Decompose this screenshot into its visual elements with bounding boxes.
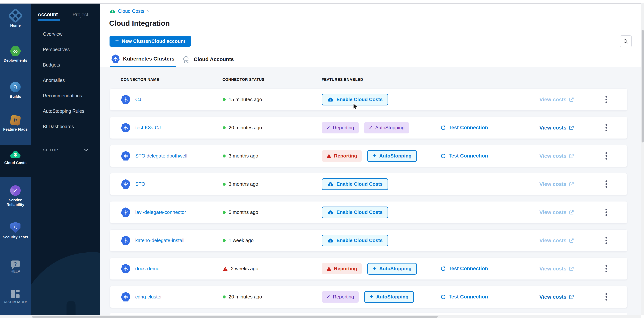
sidebar-item-recommendations[interactable]: Recommendations — [31, 88, 100, 103]
breadcrumb: $ Cloud Costs › — [110, 8, 148, 14]
cloud-costs-sidebar: Account Project Overview Perspectives Bu… — [31, 4, 100, 318]
reporting-enabled-chip: ✓ Reporting — [322, 122, 359, 133]
cloud-costs-breadcrumb-icon: $ — [110, 9, 115, 13]
connector-name-link[interactable]: CJ — [135, 97, 141, 102]
status-warning-icon — [222, 266, 228, 271]
view-costs-link-disabled: View costs — [538, 181, 602, 187]
horizontal-scrollbar-thumb[interactable] — [32, 316, 438, 317]
connector-status-time: 20 minutes ago — [229, 294, 262, 300]
row-menu-button[interactable] — [604, 291, 609, 302]
window-top-strip — [0, 0, 644, 4]
scope-tab-project[interactable]: Project — [72, 12, 88, 18]
connector-name-link[interactable]: lavi-delegate-connector — [135, 209, 186, 215]
enable-cloud-costs-button[interactable]: $ Enable Cloud Costs — [322, 94, 388, 105]
table-header: CONNECTOR NAME CONNECTOR STATUS FEATURES… — [110, 77, 627, 82]
add-autostopping-button[interactable]: + AutoStopping — [367, 150, 417, 162]
sidebar-item-bi-dashboards[interactable]: BI Dashboards — [31, 119, 100, 134]
row-menu-button[interactable] — [604, 263, 609, 274]
connector-status-time: 3 months ago — [229, 181, 258, 187]
rail-item-security-tests[interactable]: Security Tests — [0, 222, 31, 239]
enable-cloud-costs-button[interactable]: $ Enable Cloud Costs — [322, 235, 388, 246]
breadcrumb-cloud-costs-link[interactable]: Cloud Costs — [118, 8, 144, 14]
view-costs-label: View costs — [539, 153, 566, 159]
sidebar-setup-toggle[interactable]: SETUP — [43, 145, 89, 155]
enable-cloud-costs-button[interactable]: $ Enable Cloud Costs — [322, 178, 388, 190]
test-connection-label: Test Connection — [448, 125, 488, 131]
rail-item-service-reliability[interactable]: ✓ Service Reliability — [0, 185, 31, 207]
view-costs-link[interactable]: View costs — [538, 294, 602, 300]
main-area: $ Cloud Costs › Cloud Integration + New … — [100, 4, 644, 318]
tab-kubernetes-clusters[interactable]: Kubernetes Clusters — [112, 55, 174, 63]
rail-item-home[interactable]: Home — [0, 10, 31, 28]
kubernetes-icon — [121, 179, 130, 189]
table-row: CJ 15 minutes ago $ Enable Cloud Costs V… — [110, 89, 627, 111]
horizontal-scrollbar[interactable] — [0, 315, 641, 318]
sidebar-item-budgets[interactable]: Budgets — [31, 57, 100, 73]
enable-cloud-costs-label: Enable Cloud Costs — [336, 209, 383, 215]
kubernetes-icon — [121, 151, 130, 161]
rail-item-feature-flags[interactable]: Feature Flags — [0, 115, 31, 132]
refresh-icon — [440, 125, 446, 131]
row-menu-button[interactable] — [604, 207, 609, 218]
search-button[interactable] — [620, 35, 632, 47]
enable-cloud-costs-button[interactable]: $ Enable Cloud Costs — [322, 207, 388, 218]
enable-cloud-costs-label: Enable Cloud Costs — [336, 237, 383, 243]
dashboards-grid-icon — [11, 290, 20, 298]
warning-triangle-icon — [326, 154, 332, 158]
view-costs-link[interactable]: View costs — [538, 125, 602, 131]
rail-item-deployments[interactable]: ∞ Deployments — [0, 46, 31, 63]
rail-item-label: HELP — [10, 269, 20, 274]
view-costs-label: View costs — [539, 209, 566, 215]
column-header-features-enabled: FEATURES ENABLED — [321, 77, 439, 82]
connector-name-link[interactable]: kateno-delegate-install — [135, 237, 184, 243]
tab-label: Kubernetes Clusters — [123, 56, 174, 62]
row-menu-button[interactable] — [604, 94, 609, 105]
connector-name-link[interactable]: docs-demo — [135, 266, 160, 271]
test-connection-link[interactable]: Test Connection — [440, 266, 538, 271]
add-autostopping-button[interactable]: + AutoStopping — [367, 263, 417, 274]
table-row: lavi-delegate-connector 5 months ago $ E… — [110, 201, 627, 223]
connector-name-link[interactable]: cdng-cluster — [135, 294, 162, 300]
deployments-icon: ∞ — [10, 46, 21, 56]
warning-triangle-icon — [326, 266, 332, 271]
scope-tab-account[interactable]: Account — [38, 12, 58, 18]
tab-cloud-accounts[interactable]: Cloud Accounts — [182, 56, 234, 63]
breadcrumb-separator: › — [147, 8, 149, 14]
new-cluster-cloud-account-button[interactable]: + New Cluster/Cloud account — [110, 36, 191, 47]
rail-item-dashboards[interactable]: DASHBOARDS — [0, 290, 31, 304]
sidebar-item-autostopping-rules[interactable]: AutoStopping Rules — [31, 103, 100, 119]
status-healthy-icon — [222, 126, 226, 129]
sidebar-item-perspectives[interactable]: Perspectives — [31, 42, 100, 57]
connector-name-link[interactable]: STO delegate dbothwell — [135, 153, 187, 159]
connector-list: CONNECTOR NAME CONNECTOR STATUS FEATURES… — [100, 67, 641, 315]
test-connection-link[interactable]: Test Connection — [440, 294, 538, 300]
tab-label: Cloud Accounts — [194, 56, 234, 62]
vertical-scrollbar-thumb[interactable] — [642, 30, 644, 142]
sidebar-divider — [38, 142, 95, 142]
row-menu-button[interactable] — [604, 179, 609, 190]
sidebar-item-overview[interactable]: Overview — [31, 26, 100, 42]
test-connection-link[interactable]: Test Connection — [440, 153, 538, 159]
test-connection-link[interactable]: Test Connection — [440, 125, 538, 131]
add-autostopping-button[interactable]: + AutoStopping — [364, 291, 414, 303]
rail-item-label: DASHBOARDS — [2, 300, 28, 304]
external-link-icon — [569, 238, 574, 243]
row-menu-button[interactable] — [604, 235, 609, 246]
row-menu-button[interactable] — [604, 122, 609, 133]
connector-status-time: 3 months ago — [229, 153, 258, 159]
connector-name-link[interactable]: STO — [135, 181, 145, 187]
row-menu-button[interactable] — [604, 150, 609, 161]
vertical-scrollbar[interactable] — [641, 4, 644, 315]
view-costs-link-disabled: View costs — [538, 97, 602, 103]
table-row: docs-demo 2 weeks ago Reporting + AutoSt… — [110, 258, 627, 280]
sidebar-item-anomalies[interactable]: Anomalies — [31, 73, 100, 88]
rail-item-cloud-costs[interactable]: $ Cloud Costs — [0, 150, 31, 165]
connector-name-link[interactable]: test-K8s-CJ — [135, 125, 161, 131]
kubernetes-icon — [121, 236, 130, 245]
external-link-icon — [569, 294, 574, 299]
reporting-error-chip: Reporting — [322, 150, 362, 162]
page-title: Cloud Integration — [109, 19, 170, 28]
setup-label: SETUP — [43, 148, 58, 152]
rail-item-builds[interactable]: Builds — [0, 82, 31, 99]
rail-item-help[interactable]: ? HELP — [0, 260, 31, 274]
